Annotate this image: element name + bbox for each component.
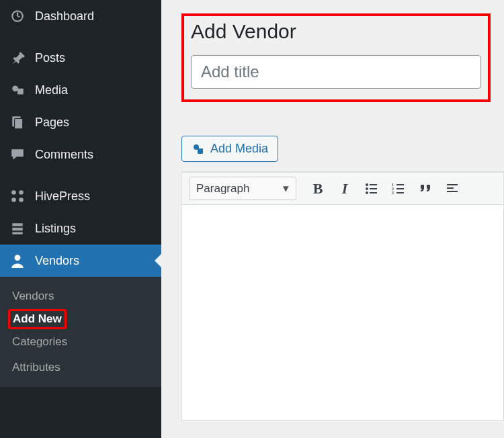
post-title-input[interactable] xyxy=(191,55,481,89)
svg-rect-17 xyxy=(370,188,377,189)
editor-content-area[interactable] xyxy=(182,205,503,420)
pages-icon xyxy=(9,114,26,130)
sidebar-submenu: Vendors Add New Categories Attributes xyxy=(0,277,161,387)
svg-rect-10 xyxy=(12,232,22,234)
svg-rect-21 xyxy=(396,184,404,185)
comment-icon xyxy=(9,146,26,163)
blockquote-button[interactable] xyxy=(413,178,437,200)
svg-point-6 xyxy=(11,198,16,202)
media-icon xyxy=(9,82,26,98)
bold-button[interactable]: B xyxy=(306,178,330,200)
sidebar-item-label: Vendors xyxy=(35,254,152,268)
sidebar-item-comments[interactable]: Comments xyxy=(0,138,161,171)
editor: Paragraph ▾ B I 123 xyxy=(181,171,504,421)
pin-icon xyxy=(9,50,26,66)
svg-text:3: 3 xyxy=(392,191,394,195)
align-left-icon xyxy=(446,182,459,195)
add-media-label: Add Media xyxy=(210,142,268,156)
quote-icon xyxy=(419,182,432,195)
svg-rect-3 xyxy=(15,119,23,129)
svg-rect-27 xyxy=(447,187,454,189)
svg-point-5 xyxy=(19,190,24,195)
svg-rect-26 xyxy=(447,184,458,185)
submenu-item-categories[interactable]: Categories xyxy=(0,329,161,355)
svg-point-11 xyxy=(15,255,21,261)
vendor-icon xyxy=(9,253,26,269)
sidebar-item-media[interactable]: Media xyxy=(0,74,161,106)
submenu-item-attributes[interactable]: Attributes xyxy=(0,355,161,380)
svg-point-0 xyxy=(12,85,18,91)
svg-rect-8 xyxy=(12,223,22,226)
page-title: Add Vendor xyxy=(191,20,481,43)
svg-point-16 xyxy=(366,187,368,190)
sidebar-item-vendors[interactable]: Vendors xyxy=(0,245,161,277)
svg-rect-13 xyxy=(198,148,203,154)
submenu-item-add-new[interactable]: Add New xyxy=(8,309,67,329)
sidebar-item-listings[interactable]: Listings xyxy=(0,212,161,245)
svg-rect-23 xyxy=(396,188,404,189)
title-highlight-box: Add Vendor xyxy=(181,13,491,102)
chevron-down-icon: ▾ xyxy=(283,181,289,195)
sidebar-item-label: Comments xyxy=(35,148,152,162)
align-button[interactable] xyxy=(440,178,464,200)
sidebar-item-hivepress[interactable]: HivePress xyxy=(0,180,161,212)
dashboard-icon xyxy=(9,8,26,24)
sidebar-item-label: Listings xyxy=(35,222,152,236)
sidebar-item-dashboard[interactable]: Dashboard xyxy=(0,0,161,32)
sidebar-item-label: Dashboard xyxy=(35,9,152,24)
svg-point-18 xyxy=(366,191,368,194)
sidebar-item-label: Pages xyxy=(35,116,152,130)
numbered-list-icon: 123 xyxy=(392,182,405,195)
sidebar-item-posts[interactable]: Posts xyxy=(0,42,161,74)
media-icon xyxy=(192,142,205,156)
svg-point-14 xyxy=(366,183,368,186)
svg-point-7 xyxy=(19,198,24,202)
submenu-item-vendors[interactable]: Vendors xyxy=(0,283,161,309)
italic-button[interactable]: I xyxy=(333,178,357,200)
svg-rect-15 xyxy=(370,184,377,185)
format-selected-label: Paragraph xyxy=(196,182,249,195)
bullet-list-icon xyxy=(365,182,378,195)
format-dropdown[interactable]: Paragraph ▾ xyxy=(189,177,296,200)
svg-rect-1 xyxy=(17,89,24,95)
svg-rect-25 xyxy=(396,192,404,193)
sidebar-item-label: HivePress xyxy=(35,189,152,204)
listings-icon xyxy=(9,220,26,236)
svg-point-4 xyxy=(11,190,16,195)
svg-rect-19 xyxy=(370,192,377,193)
svg-rect-9 xyxy=(12,228,22,230)
svg-rect-28 xyxy=(447,191,458,192)
sidebar-item-pages[interactable]: Pages xyxy=(0,106,161,138)
sidebar-item-label: Media xyxy=(35,83,152,97)
main-content: Add Vendor Add Media Paragraph ▾ B I 123 xyxy=(161,0,504,438)
editor-toolbar: Paragraph ▾ B I 123 xyxy=(182,172,503,205)
numbered-list-button[interactable]: 123 xyxy=(386,178,411,200)
add-media-button[interactable]: Add Media xyxy=(181,136,278,162)
submenu-item-add-new-wrapper[interactable]: Add New xyxy=(0,309,161,329)
sidebar-item-label: Posts xyxy=(35,51,152,65)
bullet-list-button[interactable] xyxy=(360,178,384,200)
admin-sidebar: Dashboard Posts Media Pages Comments Hiv… xyxy=(0,0,161,438)
hivepress-icon xyxy=(9,188,26,204)
